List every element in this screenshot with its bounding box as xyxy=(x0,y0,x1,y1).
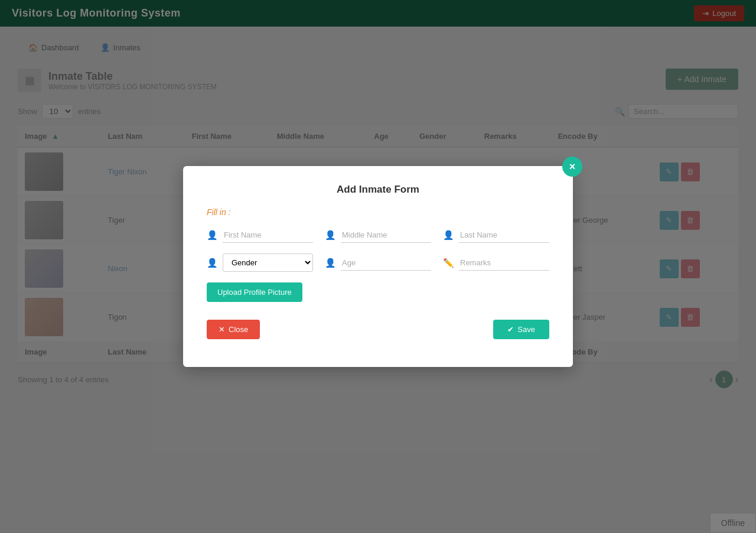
fill-label: Fill in : xyxy=(207,207,549,217)
first-name-input[interactable] xyxy=(223,228,313,243)
age-field: 👤 xyxy=(325,255,431,271)
gender-field: 👤 Gender Male Female xyxy=(207,254,313,272)
close-icon: ✕ xyxy=(219,325,225,334)
form-row-details: 👤 Gender Male Female 👤 ✏️ xyxy=(207,254,549,272)
remarks-icon: ✏️ xyxy=(443,258,454,268)
modal-save-button[interactable]: ✔ Save xyxy=(493,320,549,339)
person-icon-2: 👤 xyxy=(325,230,336,240)
modal-footer: ✕ Close ✔ Save xyxy=(207,320,549,339)
modal-close-button[interactable]: ✕ Close xyxy=(207,320,260,339)
modal-overlay: × Add Inmate Form Fill in : 👤 👤 👤 👤 xyxy=(0,0,756,533)
upload-profile-picture-button[interactable]: Upload Profile Picture xyxy=(207,282,302,302)
modal-close-x-button[interactable]: × xyxy=(562,157,582,177)
modal-title: Add Inmate Form xyxy=(207,184,549,196)
remarks-field: ✏️ xyxy=(443,255,549,271)
add-inmate-modal: × Add Inmate Form Fill in : 👤 👤 👤 👤 xyxy=(183,166,573,367)
middle-name-field: 👤 xyxy=(325,228,431,243)
age-icon: 👤 xyxy=(325,258,336,268)
first-name-field: 👤 xyxy=(207,228,313,243)
middle-name-input[interactable] xyxy=(341,228,431,243)
form-row-names: 👤 👤 👤 xyxy=(207,228,549,243)
person-icon-3: 👤 xyxy=(443,230,454,240)
remarks-input[interactable] xyxy=(459,255,549,271)
age-input[interactable] xyxy=(341,255,431,271)
person-icon: 👤 xyxy=(207,230,218,240)
check-icon: ✔ xyxy=(507,325,514,334)
gender-icon: 👤 xyxy=(207,258,218,268)
gender-select[interactable]: Gender Male Female xyxy=(223,254,313,272)
last-name-field: 👤 xyxy=(443,228,549,243)
last-name-input[interactable] xyxy=(459,228,549,243)
